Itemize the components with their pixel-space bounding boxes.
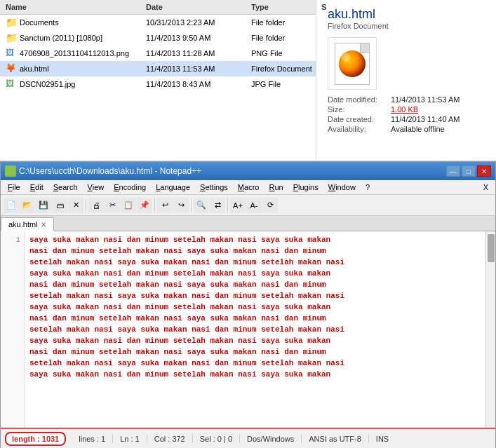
menu-close[interactable]: X xyxy=(479,182,492,193)
menu-macro[interactable]: Macro xyxy=(234,182,264,193)
np-scroll-thumb xyxy=(488,234,495,262)
col-type: Type xyxy=(251,3,321,11)
meta-value-created: 11/4/2013 11:40 AM xyxy=(391,115,460,123)
minimize-button[interactable]: — xyxy=(446,165,460,177)
np-scrollbar[interactable] xyxy=(485,231,495,428)
np-menubar: File Edit Search View Encoding Language … xyxy=(1,180,495,195)
tab-label: aku.html xyxy=(8,220,38,229)
file-row-documents[interactable]: 📁 Documents 10/31/2013 2:23 AM File fold… xyxy=(0,15,316,30)
file-name-jpg: 🖼 DSCN02951.jpg xyxy=(6,79,146,90)
menu-settings[interactable]: Settings xyxy=(196,182,232,193)
detail-type: Firefox Document xyxy=(328,22,485,30)
status-col: Col : 372 xyxy=(147,435,193,443)
menu-view[interactable]: View xyxy=(83,182,109,193)
np-line-numbers: 1 xyxy=(1,231,25,428)
np-title-left: N C:\Users\uccth\Downloads\aku.html - No… xyxy=(5,165,201,177)
toolbar-find[interactable]: 🔍 xyxy=(194,198,209,213)
folder-icon-2: 📁 xyxy=(6,32,17,43)
meta-label-size: Size: xyxy=(328,105,391,114)
np-statusbar: length : 1031 lines : 1 Ln : 1 Col : 372… xyxy=(1,428,495,448)
toolbar-undo[interactable]: ↩ xyxy=(157,198,173,213)
meta-row-size: Size: 1.00 KB xyxy=(328,105,485,114)
detail-meta: Date modified: 11/4/2013 11:53 AM Size: … xyxy=(328,95,485,133)
tab-close-icon[interactable]: ✕ xyxy=(41,221,46,229)
jpg-icon: 🖼 xyxy=(6,79,17,90)
meta-row-availability: Availability: Available offline xyxy=(328,125,485,133)
toolbar-replace[interactable]: ⇄ xyxy=(210,198,225,213)
explorer-panel: Name Date Type S 📁 Documents 10/31/2013 … xyxy=(0,0,496,161)
menu-file[interactable]: File xyxy=(4,182,25,193)
toolbar-cut[interactable]: ✂ xyxy=(105,198,120,213)
status-eol: Dos/Windows xyxy=(240,435,302,443)
np-editor-content[interactable]: saya suka makan nasi dan minum setelah m… xyxy=(25,231,485,428)
file-row-sanctum[interactable]: 📁 Sanctum (2011) [1080p] 11/4/2013 9:50 … xyxy=(0,30,316,46)
np-title-text: C:\Users\uccth\Downloads\aku.html - Note… xyxy=(19,166,201,176)
menu-help[interactable]: ? xyxy=(361,182,374,193)
status-sel: Sel : 0 | 0 xyxy=(193,435,240,443)
toolbar-redo[interactable]: ↪ xyxy=(173,198,189,213)
np-tab-aku-html[interactable]: aku.html ✕ xyxy=(1,217,54,231)
toolbar-sep-3 xyxy=(191,198,192,212)
firefox-logo-icon xyxy=(339,50,366,77)
col-date: Date xyxy=(146,3,251,11)
status-pos: Ln : 1 xyxy=(113,435,147,443)
toolbar-print[interactable]: 🖨 xyxy=(88,198,104,213)
np-editor: 1 saya suka makan nasi dan minum setelah… xyxy=(1,231,495,428)
notepad-window: N C:\Users\uccth\Downloads\aku.html - No… xyxy=(0,161,496,448)
toolbar-sep-1 xyxy=(86,198,86,212)
meta-label-availability: Availability: xyxy=(328,125,391,133)
html-icon: 🦊 xyxy=(6,63,17,74)
file-row-aku-html[interactable]: 🦊 aku.html 11/4/2013 11:53 AM Firefox Do… xyxy=(0,61,316,76)
file-detail-panel: aku.html Firefox Document Date modified:… xyxy=(316,0,496,161)
toolbar-zoom-out[interactable]: A- xyxy=(246,198,262,213)
close-button[interactable]: ✕ xyxy=(477,165,491,177)
png-icon: 🖼 xyxy=(6,48,17,59)
np-app-icon: N xyxy=(5,165,16,177)
status-length: length : 1031 xyxy=(5,432,66,446)
menu-encoding[interactable]: Encoding xyxy=(109,182,150,193)
col-name: Name xyxy=(6,3,146,11)
file-name-documents: 📁 Documents xyxy=(6,17,146,28)
toolbar-copy[interactable]: 📋 xyxy=(121,198,136,213)
toolbar-save-all[interactable]: 🗃 xyxy=(52,198,67,213)
np-window-buttons: — □ ✕ xyxy=(446,165,491,177)
np-titlebar: N C:\Users\uccth\Downloads\aku.html - No… xyxy=(1,162,495,180)
folder-icon: 📁 xyxy=(6,17,17,28)
menu-search[interactable]: Search xyxy=(49,182,82,193)
file-list: Name Date Type S 📁 Documents 10/31/2013 … xyxy=(0,0,316,161)
toolbar-paste[interactable]: 📌 xyxy=(137,198,152,213)
meta-row-modified: Date modified: 11/4/2013 11:53 AM xyxy=(328,95,485,104)
menu-edit[interactable]: Edit xyxy=(26,182,48,193)
toolbar-sync[interactable]: ⟳ xyxy=(262,198,278,213)
menu-window[interactable]: Window xyxy=(324,182,360,193)
status-lines: lines : 1 xyxy=(72,435,113,443)
toolbar-close[interactable]: ✕ xyxy=(68,198,83,213)
file-list-header: Name Date Type S xyxy=(0,0,316,15)
menu-run[interactable]: Run xyxy=(264,182,287,193)
toolbar-open[interactable]: 📂 xyxy=(20,198,35,213)
file-row-jpg[interactable]: 🖼 DSCN02951.jpg 11/4/2013 8:43 AM JPG Fi… xyxy=(0,76,316,92)
np-toolbar: 📄 📂 💾 🗃 ✕ 🖨 ✂ 📋 📌 ↩ ↪ 🔍 ⇄ A+ A- ⟳ xyxy=(1,195,495,216)
menu-language[interactable]: Language xyxy=(152,182,194,193)
toolbar-sep-2 xyxy=(154,198,155,212)
line-number-1: 1 xyxy=(5,234,20,245)
meta-label-created: Date created: xyxy=(328,115,391,123)
np-tabs: aku.html ✕ xyxy=(1,216,495,231)
meta-label-modified: Date modified: xyxy=(328,95,391,104)
toolbar-save[interactable]: 💾 xyxy=(36,198,51,213)
menu-plugins[interactable]: Plugins xyxy=(289,182,323,193)
toolbar-new[interactable]: 📄 xyxy=(4,198,19,213)
thumb-doc xyxy=(335,43,370,85)
status-ins: INS xyxy=(369,435,396,443)
meta-value-modified: 11/4/2013 11:53 AM xyxy=(391,95,460,104)
toolbar-zoom-in[interactable]: A+ xyxy=(230,198,246,213)
file-thumbnail xyxy=(328,37,377,90)
meta-row-created: Date created: 11/4/2013 11:40 AM xyxy=(328,115,485,123)
detail-filename: aku.html xyxy=(328,7,485,22)
file-name-png: 🖼 4706908_20131104112013.png xyxy=(6,48,146,59)
status-encoding: ANSI as UTF-8 xyxy=(302,435,369,443)
maximize-button[interactable]: □ xyxy=(462,165,476,177)
meta-value-availability: Available offline xyxy=(391,125,445,133)
file-name-sanctum: 📁 Sanctum (2011) [1080p] xyxy=(6,32,146,43)
file-row-png[interactable]: 🖼 4706908_20131104112013.png 11/4/2013 1… xyxy=(0,46,316,61)
